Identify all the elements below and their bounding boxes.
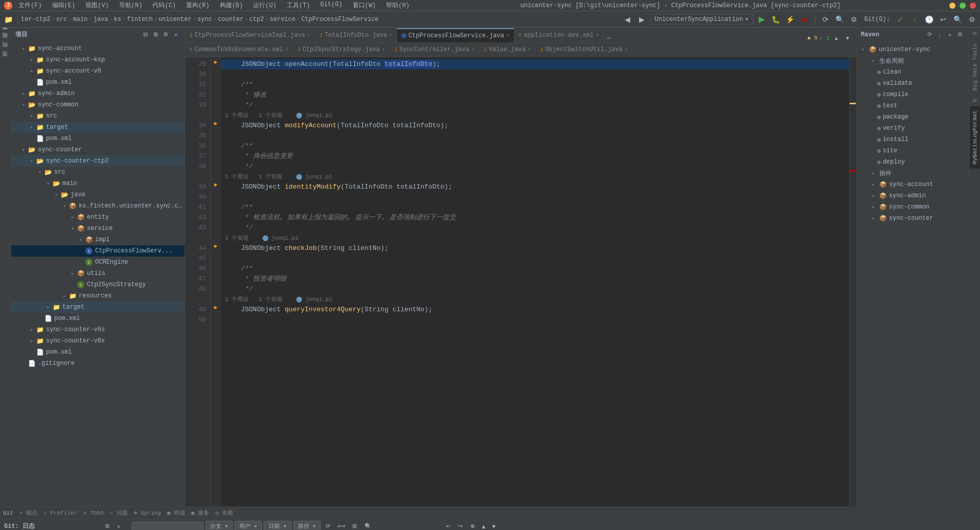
menu-code[interactable]: 代码(C) <box>150 0 178 11</box>
git-close-btn[interactable]: × <box>114 522 123 531</box>
git-search-btn[interactable]: 🔍 <box>362 521 374 531</box>
minimize-button[interactable]: − <box>949 3 955 9</box>
menu-git[interactable]: Git(G) <box>318 0 344 11</box>
date-filter[interactable]: 日期 ▾ <box>264 521 291 530</box>
bc-unicenter[interactable]: unicenter <box>158 16 192 23</box>
maven-sync-common[interactable]: 📦 sync-common <box>857 201 969 213</box>
tab-close-btn[interactable]: × <box>389 32 393 38</box>
maven-dl-btn[interactable]: ↓ <box>935 30 944 39</box>
menu-refactor[interactable]: 重构(R) <box>184 0 212 11</box>
maven-compile[interactable]: ⚙ compile <box>857 89 969 100</box>
maven-root[interactable]: 📦 unicenter-sync <box>857 44 969 55</box>
maven-deploy[interactable]: ⚙ deploy <box>857 156 969 168</box>
tree-item-sync-account-v8[interactable]: 📁 sync-account-v8 <box>11 65 185 77</box>
tab-close-btn[interactable]: × <box>382 47 385 53</box>
panel-collapse-btn[interactable]: ⊟ <box>141 30 150 39</box>
tree-item-sync-common-target[interactable]: 📁 target <box>11 122 185 133</box>
menu-view[interactable]: 视图(V) <box>83 0 111 11</box>
maven-package[interactable]: ⚙ package <box>857 111 969 123</box>
maven-site[interactable]: ⚙ site <box>857 145 969 156</box>
git-branch-compare-btn[interactable]: ⟺ <box>336 521 347 531</box>
tab-close-btn[interactable]: × <box>307 32 311 38</box>
tree-item-ocrengine[interactable]: C OCREngine <box>11 257 185 268</box>
maven-sync-counter[interactable]: 📦 sync-counter <box>857 213 969 224</box>
gear-2-icon[interactable]: ⚙ <box>966 13 978 26</box>
maven-test[interactable]: ⚙ test <box>857 100 969 111</box>
sync-button[interactable]: ⟳ <box>819 13 832 26</box>
bottom-tab-breakpoint[interactable]: ▪ 镜点 <box>16 508 40 518</box>
git-settings-btn[interactable]: ⚙ <box>103 522 112 531</box>
tree-item-utils[interactable]: 📦 utils <box>11 268 185 279</box>
run-config-dropdown[interactable]: UnicenterSyncApplication ▾ <box>650 14 754 25</box>
git-arrow-icon[interactable]: ↑ <box>908 13 921 26</box>
tree-item-pom1[interactable]: 📄 pom.xml <box>11 77 185 88</box>
right-tab-d[interactable]: D <box>970 28 980 39</box>
tree-item-sync-counter-v6s[interactable]: 📁 sync-counter-v6s <box>11 324 185 335</box>
bc-java[interactable]: java <box>94 16 108 23</box>
menu-run[interactable]: 运行(U) <box>251 0 279 11</box>
tab-value[interactable]: J Value.java × <box>480 43 536 57</box>
maximize-button[interactable]: □ <box>960 3 966 9</box>
tab-obj-switch[interactable]: J ObjectSwitchUtil.java × <box>536 43 632 57</box>
bc-class[interactable]: CtpProcessFlowService <box>301 16 378 23</box>
tab-close-btn[interactable]: × <box>528 47 531 53</box>
menu-window[interactable]: 窗口(W) <box>351 0 378 11</box>
git-graph-btn[interactable]: ⊞ <box>349 521 360 531</box>
run-button[interactable]: ▶ <box>756 13 768 26</box>
tab-close-btn[interactable]: × <box>506 33 510 39</box>
maven-add-btn[interactable]: + <box>945 30 954 39</box>
git-undo-icon[interactable]: ↩ <box>937 13 949 26</box>
menu-help[interactable]: 帮助(H) <box>384 0 412 11</box>
bottom-tab-profiler[interactable]: ○ Profiler <box>40 509 80 517</box>
nav-forward-icon[interactable]: ▶ <box>636 13 648 26</box>
maven-lifecycle[interactable]: 生命周期 <box>857 55 969 66</box>
tab-ctp-impl[interactable]: J CtpProcessFlowServiceImpl.java × <box>185 28 315 42</box>
git-refresh-btn[interactable]: ⟳ <box>323 521 334 531</box>
tree-item-service[interactable]: 📦 service <box>11 223 185 234</box>
nav-down-btn[interactable]: ▼ <box>843 33 852 42</box>
tab-close-btn[interactable]: × <box>285 47 288 53</box>
tab-ctp2sync[interactable]: J Ctp2SyncStrategy.java × <box>293 43 390 57</box>
tree-item-ks-fintech[interactable]: 📦 ks.fintech.unicenter.sync.c... <box>11 200 185 212</box>
tree-item-src2[interactable]: 📂 src <box>11 167 185 178</box>
tab-common-v8s[interactable]: X CommonToV8sEnumerate.xml × <box>185 43 293 57</box>
tree-item-sync-common-src[interactable]: 📁 src <box>11 110 185 122</box>
menu-nav[interactable]: 导航(N) <box>117 0 145 11</box>
maven-sync-admin[interactable]: 📦 sync-admin <box>857 190 969 201</box>
bc-ter[interactable]: ter-ctp2 <box>21 16 51 23</box>
bc-sync[interactable]: sync <box>197 16 212 23</box>
tree-item-sync-common[interactable]: 📂 sync-common <box>11 99 185 110</box>
tree-item-pom-ctp2[interactable]: 📄 pom.xml <box>11 313 185 324</box>
tab-ctp-service[interactable]: CtpProcessFlowService.java × <box>397 28 514 42</box>
bottom-tab-git[interactable]: Git <box>0 509 16 517</box>
tab-close-btn[interactable]: × <box>471 47 475 53</box>
tree-item-ctp2sync[interactable]: C Ctp2SyncStrategy <box>11 279 185 290</box>
maven-verify[interactable]: ⚙ verify <box>857 123 969 134</box>
git-clock-icon[interactable]: 🕐 <box>923 13 935 26</box>
bottom-tab-deps[interactable]: ◎ 依赖 <box>212 508 236 518</box>
tree-item-sync-counter-v8s[interactable]: 📁 sync-counter-v8s <box>11 335 185 347</box>
tab-total-info[interactable]: J TotalInfoDto.java × <box>315 28 397 42</box>
git-expand-btn[interactable]: ▼ <box>489 521 498 531</box>
bottom-tab-terminal[interactable]: ▣ 终端 <box>164 508 188 518</box>
project-icon[interactable]: 📁 <box>2 13 14 26</box>
settings-button[interactable]: ⚙ <box>848 13 860 26</box>
bookmarks-tab[interactable]: 书签 <box>0 57 11 65</box>
bc-fintech[interactable]: fintech <box>127 16 152 23</box>
right-tab-bigdata[interactable]: Big Data Tools <box>970 39 980 95</box>
maven-refresh-btn[interactable]: ⟳ <box>925 30 934 39</box>
bc-main[interactable]: main <box>73 16 88 23</box>
git-search-input[interactable] <box>132 522 203 531</box>
path-filter[interactable]: 路径 ▾ <box>293 521 321 530</box>
bc-counter[interactable]: counter <box>218 16 243 23</box>
bc-ctp2[interactable]: ctp2 <box>249 16 264 23</box>
tree-item-sync-counter-ctp2[interactable]: 📂 sync-counter-ctp2 <box>11 155 185 167</box>
stop-button[interactable]: ■ <box>799 13 811 26</box>
project-tab[interactable]: 项目 <box>0 30 11 38</box>
tree-item-sync-admin[interactable]: 📁 sync-admin <box>11 88 185 99</box>
bottom-tab-problems[interactable]: ⚠ 问题 <box>107 508 131 518</box>
git-redo-btn[interactable]: ↪ <box>454 521 466 531</box>
tree-item-gitignore[interactable]: 📄 .gitignore <box>11 358 185 369</box>
tab-app-dev[interactable]: X application-dev.xml × <box>514 28 604 42</box>
nav-back-icon[interactable]: ◀ <box>622 13 634 26</box>
